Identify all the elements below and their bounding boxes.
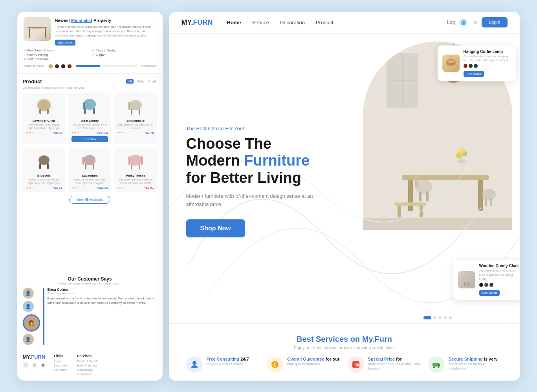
customer-subtitle: What our team achieve said for our produ… <box>23 282 157 285</box>
hero-description: Modern furniture with of-the-moment desi… <box>186 192 320 209</box>
nav-link-decoration[interactable]: Decoration <box>280 20 305 26</box>
product-card-image <box>124 96 147 117</box>
card-lamp-colors <box>464 64 511 68</box>
color-option[interactable] <box>67 64 72 69</box>
svg-rect-38 <box>394 202 426 206</box>
slider-dot[interactable] <box>423 316 431 319</box>
twitter-icon[interactable]: t <box>31 362 38 368</box>
color-dot[interactable] <box>469 64 473 68</box>
footer-service-item[interactable]: Calculating <box>77 368 98 372</box>
nav-link-home[interactable]: Home <box>227 20 241 26</box>
service-item-shipping: Secure Shipping is very important to us … <box>428 356 503 373</box>
login-button[interactable]: Login <box>482 17 507 27</box>
avatar: 👤 <box>23 334 34 345</box>
svg-rect-1 <box>29 28 30 38</box>
footer-logo: MY.FURN <box>23 354 46 360</box>
service-name: Overall Guarantee for our <box>287 356 339 362</box>
hero-content: The Best Choice For You!! Choose The Mod… <box>169 34 355 323</box>
color-slider[interactable] <box>76 65 137 67</box>
review-bar <box>43 288 44 345</box>
svg-marker-66 <box>438 363 440 366</box>
see-all-button[interactable]: See All Products <box>69 196 110 204</box>
service-desc: high quality materials. <box>287 362 339 367</box>
product-card-bottom: ★★★ +$3.71 <box>26 186 62 190</box>
svg-point-57 <box>462 275 471 283</box>
svg-point-56 <box>447 60 455 63</box>
footer-services-col: Services Product Details Free Shipping C… <box>77 354 98 376</box>
svg-rect-6 <box>47 109 49 114</box>
floating-card-lamp: Hanging Curlie Lamp A scandinavian-count… <box>438 46 516 81</box>
svg-rect-27 <box>141 156 143 165</box>
footer-link-item[interactable]: Home <box>54 359 70 363</box>
customer-section: Our Customer Says What our team achieve … <box>17 272 163 349</box>
globe-icon[interactable]: 🌐 <box>459 18 467 27</box>
svg-rect-25 <box>139 164 140 170</box>
footer-social: f t ▣ <box>23 362 46 368</box>
product-desc: The pinky featured series of the best kn… <box>117 178 154 185</box>
svg-point-50 <box>482 189 496 201</box>
slider-dot[interactable] <box>444 316 447 319</box>
product-stars: ★★★ <box>26 186 34 190</box>
footer-service-item[interactable]: Guarantee <box>77 372 98 376</box>
footer-brand: MY.FURN f t ▣ <box>23 354 46 376</box>
buy-now-button[interactable]: Buy Now <box>71 136 108 142</box>
navbar: MY.FURN Home Service Decoration Product … <box>169 12 520 34</box>
product-card-image <box>32 96 56 117</box>
color-dot[interactable] <box>464 64 467 68</box>
facebook-icon[interactable]: f <box>23 362 29 368</box>
product-stars: ★★★ <box>26 131 34 134</box>
guarantee-icon: 1 <box>267 356 283 373</box>
feature-list: Fine Wood Chosen Classic Design Paint Co… <box>24 49 156 61</box>
shop-now-button[interactable]: Shop Now <box>186 219 245 237</box>
filter-chair-button[interactable]: Chait <box>147 79 157 84</box>
product-card: Lavandula Lavanda detailed plan with cla… <box>68 148 111 192</box>
see-detail-button[interactable]: See Detail <box>464 71 484 77</box>
color-dot[interactable] <box>474 64 478 68</box>
footer-service-item[interactable]: Free Shipping <box>77 364 98 367</box>
footer-link-item[interactable]: Decoration <box>54 364 70 367</box>
svg-rect-65 <box>433 363 438 366</box>
color-dot[interactable] <box>484 283 488 287</box>
nav-login-text[interactable]: Log <box>447 20 455 25</box>
slider-dot[interactable] <box>449 316 452 319</box>
footer-service-item[interactable]: Product Details <box>77 359 98 363</box>
color-dot[interactable] <box>489 283 493 287</box>
product-card-bottom: ★★★ +$0.01 <box>117 186 154 190</box>
svg-rect-17 <box>39 163 41 169</box>
color-option[interactable] <box>55 64 59 69</box>
color-option[interactable] <box>48 64 53 69</box>
hero-tagline: The Best Choice For You!! <box>186 126 338 131</box>
slider-dot[interactable] <box>433 316 436 319</box>
product-card-image <box>78 151 101 172</box>
footer-col-title: Links <box>54 354 70 358</box>
nav-right: Log 🌐 ✕ Login <box>447 17 507 27</box>
footer-links-col: Links Home Decoration Furniture <box>54 354 70 376</box>
svg-text:1: 1 <box>273 363 276 367</box>
nav-close-icon[interactable]: ✕ <box>473 19 478 26</box>
nav-link-product[interactable]: Product <box>316 20 334 26</box>
svg-rect-36 <box>408 180 413 211</box>
product-price: +$3.71 <box>52 186 62 190</box>
slider-dot[interactable] <box>438 316 442 319</box>
products-grid: Lavender Chair Optimize each your design… <box>23 93 157 192</box>
avatar: 👤 <box>23 301 34 312</box>
product-card-bottom: ★★★ +$3.78 <box>117 131 154 135</box>
svg-point-42 <box>458 159 466 163</box>
card-chair-name: Wooden Comfy Chair <box>479 264 519 268</box>
product-price: +$0.01 <box>144 186 154 190</box>
filter-sofa-button[interactable]: Sofa <box>136 79 145 84</box>
see-detail-chair-button[interactable]: See Detail <box>479 290 500 296</box>
detail-bottom-row: Weather Wood 4 Products <box>24 62 156 69</box>
product-price: +$44.03 <box>97 131 108 135</box>
instagram-icon[interactable]: ▣ <box>40 362 46 368</box>
svg-rect-58 <box>464 282 466 286</box>
nav-link-service[interactable]: Service <box>252 20 269 26</box>
filter-all-button[interactable]: All <box>126 79 134 84</box>
shop-now-small-button[interactable]: Shop Now <box>55 40 76 46</box>
svg-rect-52 <box>490 199 492 206</box>
footer-link-item[interactable]: Furniture <box>54 368 70 372</box>
service-text: Special Price for undoubted furnitures q… <box>368 356 422 372</box>
color-option[interactable] <box>61 64 66 69</box>
product-card-image <box>124 151 147 172</box>
color-dot[interactable] <box>479 283 483 287</box>
